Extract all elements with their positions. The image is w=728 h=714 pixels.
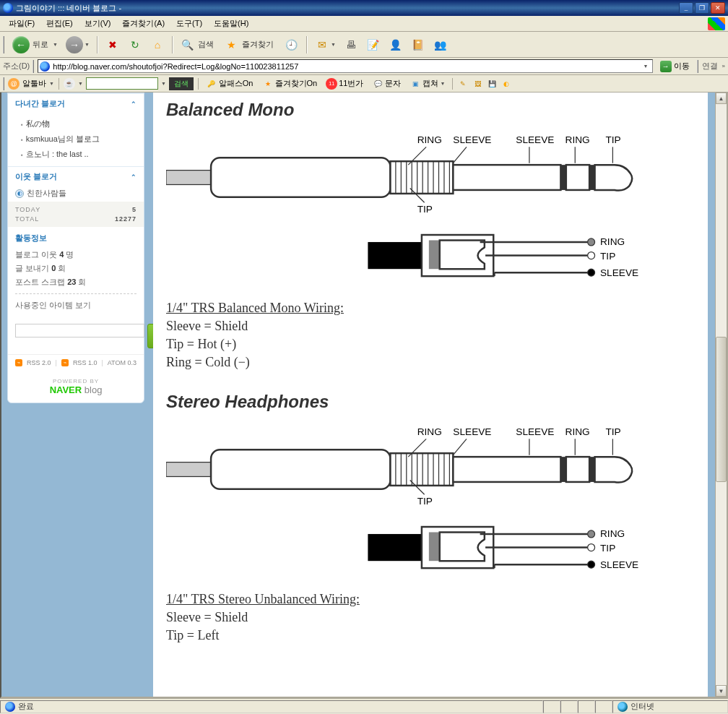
print-icon: 🖶 <box>344 38 358 52</box>
altools-fav-button[interactable]: ★즐겨찾기On <box>259 77 321 90</box>
spec-line: Ring = Cold (−) <box>166 355 695 370</box>
menu-edit[interactable]: 편집(E) <box>40 17 79 30</box>
search-icon: 🔍 <box>181 38 195 52</box>
altools-search-button[interactable]: 검색 <box>169 77 194 90</box>
links-label[interactable]: 연결 <box>702 61 718 72</box>
sidebar-activity: 활동정보 블로그 이웃 4 명 글 보내기 0 회 포스트 스크랩 23 회 사… <box>8 227 144 318</box>
vertical-scrollbar[interactable]: ▲ ▼ <box>715 93 727 697</box>
svg-line-64 <box>453 439 467 455</box>
svg-text:TIP: TIP <box>417 495 433 506</box>
capture-icon: ▣ <box>410 78 421 90</box>
go-label: 이동 <box>674 61 690 72</box>
rss20-link[interactable]: RSS 2.0 <box>27 359 51 366</box>
svg-rect-14 <box>453 165 560 190</box>
forward-button[interactable]: → ▼ <box>62 34 93 56</box>
scroll-up-button[interactable]: ▲ <box>716 93 727 104</box>
diagram-title: Stereo Headphones <box>166 392 695 412</box>
favorites-button[interactable]: ★즐겨찾기 <box>221 35 280 54</box>
menu-tools[interactable]: 도구(T) <box>170 17 208 30</box>
scroll-down-button[interactable]: ▼ <box>716 685 727 697</box>
scroll-thumb[interactable] <box>716 337 727 482</box>
svg-point-37 <box>588 252 595 259</box>
menu-file[interactable]: 파일(F) <box>3 17 40 30</box>
atom-link[interactable]: ATOM 0.3 <box>108 359 136 366</box>
messenger2-button[interactable]: 👥 <box>430 35 451 54</box>
people-icon: 👥 <box>433 38 448 52</box>
tool1-icon[interactable]: ✎ <box>457 78 469 90</box>
edit-button[interactable]: 📝 <box>363 35 384 54</box>
menu-favorites[interactable]: 즐겨찾기(A) <box>116 17 170 30</box>
minimize-button[interactable]: _ <box>679 2 693 14</box>
forward-dropdown-icon[interactable]: ▼ <box>84 42 90 47</box>
shop-button[interactable]: 1111번가 <box>323 77 366 90</box>
altoolsbar: @ 알툴바 ▼ ☕ ▼ ▼ 검색 🔑알패스On ★즐겨찾기On 1111번가 💬… <box>0 75 728 93</box>
page-done-icon <box>5 702 15 712</box>
links-grip[interactable] <box>697 60 699 73</box>
url-dropdown-icon[interactable]: ▼ <box>641 64 651 69</box>
tool4-icon[interactable]: ◐ <box>500 78 512 90</box>
url-input-wrapper[interactable]: ▼ <box>38 59 652 73</box>
svg-rect-1 <box>211 158 390 197</box>
research-button[interactable]: 📔 <box>407 35 429 54</box>
visitor-item[interactable]: 私の物 <box>15 116 136 132</box>
refresh-button[interactable]: ↻ <box>124 35 146 54</box>
alpass-button[interactable]: 🔑알패스On <box>203 77 256 90</box>
altools-label[interactable]: 알툴바 <box>22 78 46 89</box>
visitor-item[interactable]: 흐노니 : the last .. <box>15 147 136 162</box>
svg-text:RING: RING <box>566 134 590 145</box>
activity-items-link[interactable]: 사용중인 아이템 보기 <box>15 298 136 312</box>
rss10-link[interactable]: RSS 1.0 <box>73 359 98 366</box>
altools-search-input[interactable] <box>86 77 158 90</box>
tool3-icon[interactable]: 💾 <box>486 78 498 90</box>
menu-view[interactable]: 보기(V) <box>79 17 117 30</box>
engine-dropdown-icon[interactable]: ▼ <box>78 81 83 86</box>
svg-text:SLEEVE: SLEEVE <box>516 426 554 437</box>
go-button[interactable]: → 이동 <box>656 59 694 74</box>
mail-button[interactable]: ✉▼ <box>311 35 339 54</box>
stop-button[interactable]: ✖ <box>102 35 124 54</box>
links-chevron-icon[interactable]: » <box>722 63 725 69</box>
home-button[interactable]: ⌂ <box>147 35 168 54</box>
back-button[interactable]: ← 뒤로 ▼ <box>9 34 61 56</box>
capture-button[interactable]: ▣캡쳐▼ <box>407 77 448 90</box>
search-dropdown-icon[interactable]: ▼ <box>161 81 166 86</box>
altools-search-engine-icon[interactable]: ☕ <box>64 78 75 90</box>
fav-star-icon: ★ <box>262 78 274 90</box>
bubble-icon: 💬 <box>372 78 384 90</box>
sidebar-neighbors-header[interactable]: 이웃 블로거 ⌃ <box>8 166 144 185</box>
back-dropdown-icon[interactable]: ▼ <box>53 42 58 47</box>
search-button[interactable]: 🔍검색 <box>177 35 220 54</box>
history-button[interactable]: 🕘 <box>281 35 303 54</box>
spec-line: Sleeve = Shield <box>166 319 695 334</box>
friend-group[interactable]: ◐ 친한사람들 <box>8 185 144 202</box>
toolbar-grip[interactable] <box>3 36 5 53</box>
search-label: 검색 <box>198 39 214 50</box>
scroll-track[interactable] <box>716 104 727 685</box>
svg-rect-73 <box>368 533 422 560</box>
altools-grip[interactable] <box>3 77 5 90</box>
key-icon: 🔑 <box>206 78 217 90</box>
address-label: 주소(D) <box>3 61 30 72</box>
address-grip[interactable] <box>32 60 35 73</box>
close-button[interactable]: ✕ <box>711 2 725 14</box>
print-button[interactable]: 🖶 <box>340 35 362 54</box>
status-cell <box>578 700 595 713</box>
tool2-icon[interactable]: 🖼 <box>472 78 483 90</box>
sidebar-search-input[interactable] <box>15 324 144 337</box>
svg-rect-30 <box>368 242 422 269</box>
svg-text:RING: RING <box>600 528 625 538</box>
visitor-item[interactable]: ksmkuua님의 블로그 <box>15 132 136 147</box>
altools-logo-icon[interactable]: @ <box>8 78 20 90</box>
spec-line: Tip = Left <box>166 628 695 643</box>
maximize-button[interactable]: ❐ <box>695 2 709 14</box>
menu-help[interactable]: 도움말(H) <box>208 17 254 30</box>
altools-dropdown-icon[interactable]: ▼ <box>49 81 54 86</box>
sidebar-visitors-header[interactable]: 다녀간 블로거 ⌃ <box>8 93 144 112</box>
sidebar-stats: TODAY5 TOTAL12277 <box>8 202 144 227</box>
sms-button[interactable]: 💬문자 <box>369 77 404 90</box>
messenger-button[interactable]: 👤 <box>385 35 407 54</box>
status-cell <box>560 700 578 713</box>
url-input[interactable] <box>53 62 641 71</box>
svg-text:TIP: TIP <box>605 134 620 145</box>
svg-text:SLEEVE: SLEEVE <box>600 559 638 570</box>
